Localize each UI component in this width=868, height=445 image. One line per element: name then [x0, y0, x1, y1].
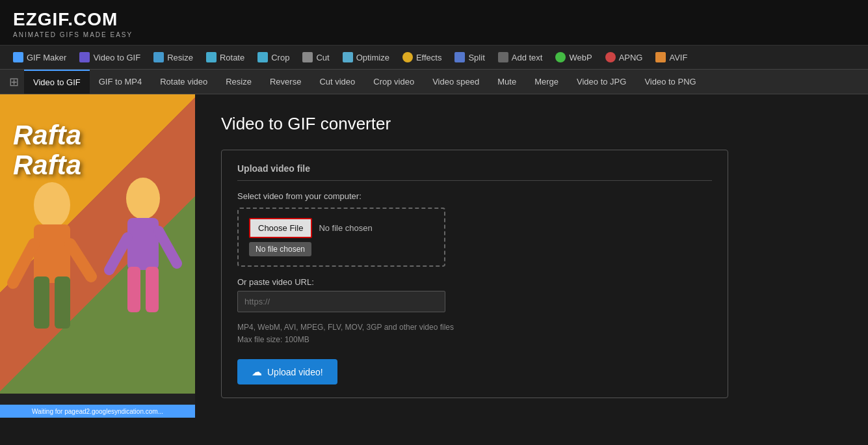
rotate-icon [206, 52, 217, 62]
nav-apng[interactable]: APNG [599, 46, 650, 69]
paste-label: Or paste video URL: [237, 277, 712, 287]
split-icon [454, 52, 465, 62]
svg-line-4 [13, 244, 34, 283]
choose-file-button[interactable]: Choose File [249, 218, 312, 238]
crop-icon [257, 52, 268, 62]
nav-resize[interactable]: Resize [147, 46, 200, 69]
nav-gif-maker[interactable]: GIF Maker [7, 46, 73, 69]
subnav-gif-to-mp4[interactable]: GIF to MP4 [90, 70, 151, 93]
subnav-crop-video[interactable]: Crop video [364, 70, 423, 93]
svg-point-0 [34, 182, 70, 228]
main-nav: GIF Maker Video to GIF Resize Rotate Cro… [0, 46, 868, 70]
nav-split[interactable]: Split [448, 46, 491, 69]
apng-icon [605, 52, 616, 62]
resize-icon [153, 52, 164, 62]
effects-icon [402, 52, 413, 62]
subnav-video-to-png[interactable]: Video to PNG [635, 70, 705, 93]
upload-icon: ☁ [252, 366, 262, 378]
nav-crop[interactable]: Crop [251, 46, 296, 69]
svg-rect-7 [127, 218, 159, 270]
nav-video-to-gif[interactable]: Video to GIF [73, 46, 147, 69]
svg-rect-3 [55, 276, 70, 329]
nav-optimize[interactable]: Optimize [336, 46, 396, 69]
nav-effects[interactable]: Effects [396, 46, 449, 69]
subnav-video-speed[interactable]: Video speed [423, 70, 488, 93]
select-label: Select video from your computer: [237, 191, 712, 201]
file-info: MP4, WebM, AVI, MPEG, FLV, MOV, 3GP and … [237, 321, 712, 346]
subnav-reverse[interactable]: Reverse [261, 70, 310, 93]
subnav-resize[interactable]: Resize [217, 70, 261, 93]
header: EZGIF.COM ANIMATED GIFS MADE EASY [0, 0, 868, 46]
url-input[interactable] [237, 291, 445, 312]
content-area: Ad ✕ Rafta Rafta [0, 94, 868, 418]
subnav-rotate-video[interactable]: Rotate video [151, 70, 217, 93]
file-input-row: Choose File No file chosen [249, 218, 434, 238]
svg-point-6 [126, 178, 160, 219]
subnav-cut-video[interactable]: Cut video [310, 70, 364, 93]
nav-cut[interactable]: Cut [296, 46, 335, 69]
page-title: Video to GIF converter [221, 114, 842, 134]
webp-icon [555, 52, 566, 62]
subnav-merge[interactable]: Merge [525, 70, 568, 93]
svg-rect-1 [34, 224, 70, 283]
nav-rotate[interactable]: Rotate [200, 46, 251, 69]
optimize-icon [343, 52, 353, 62]
svg-line-11 [159, 231, 177, 263]
avif-icon [655, 52, 666, 62]
sub-nav: ⊞ Video to GIF GIF to MP4 Rotate video R… [0, 70, 868, 94]
upload-button[interactable]: ☁ Upload video! [237, 359, 337, 384]
nav-add-text[interactable]: Add text [492, 46, 549, 69]
cut-icon [302, 52, 313, 62]
video-icon [79, 52, 90, 62]
ad-illustration [0, 94, 195, 381]
subnav-video-to-jpg[interactable]: Video to JPG [568, 70, 635, 93]
nav-webp[interactable]: WebP [549, 46, 598, 69]
svg-line-10 [109, 237, 127, 270]
logo: EZGIF.COM [13, 9, 855, 30]
gif-icon [13, 52, 23, 62]
svg-rect-9 [146, 267, 159, 312]
ad-bottom-bar: Waiting for pagead2.googlesyndication.co… [0, 405, 195, 418]
svg-rect-2 [34, 276, 49, 329]
file-input-area: Choose File No file chosen No file chose… [237, 208, 445, 267]
subnav-mute[interactable]: Mute [488, 70, 525, 93]
ad-image: Rafta Rafta [0, 94, 195, 394]
svg-line-5 [70, 244, 91, 276]
subnav-video-to-gif[interactable]: Video to GIF [24, 70, 90, 94]
svg-rect-8 [127, 267, 140, 312]
grid-icon: ⊞ [3, 72, 24, 92]
file-tooltip: No file chosen [249, 242, 311, 256]
addtext-icon [498, 52, 508, 62]
tagline: ANIMATED GIFS MADE EASY [13, 31, 855, 38]
nav-avif[interactable]: AVIF [649, 46, 694, 69]
ad-sidebar: Ad ✕ Rafta Rafta [0, 94, 195, 418]
main-content: Video to GIF converter Upload video file… [195, 94, 868, 418]
upload-box: Upload video file Select video from your… [221, 150, 728, 398]
no-file-chosen-text: No file chosen [319, 223, 372, 233]
upload-box-title: Upload video file [237, 163, 712, 181]
